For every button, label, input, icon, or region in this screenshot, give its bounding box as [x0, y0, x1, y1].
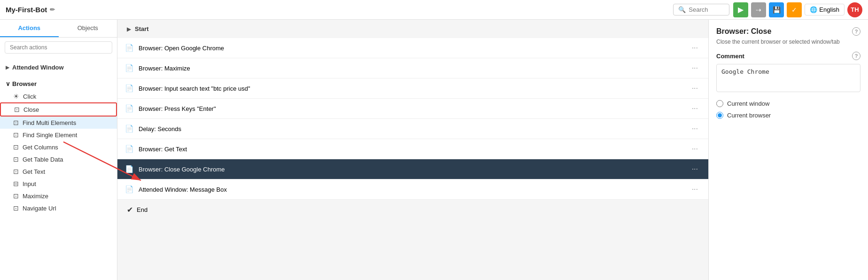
flow-item-1-label: Browser: Maximize — [139, 65, 684, 72]
end-check-icon: ✔ — [127, 205, 133, 214]
find-single-icon: ⊡ — [13, 131, 19, 139]
comment-input[interactable]: Google Chrome — [716, 64, 860, 92]
tree-item-click[interactable]: ☀ Click — [0, 90, 117, 102]
search-actions-input[interactable] — [5, 41, 112, 54]
navigate-icon: ⊡ — [13, 204, 19, 212]
get-table-label: Get Table Data — [23, 156, 63, 163]
comment-help-icon[interactable]: ? — [852, 52, 860, 60]
flow-item-4-icon: 📄 — [125, 124, 134, 133]
start-arrow-icon: ▶ — [127, 26, 131, 32]
input-icon: ⊟ — [13, 180, 19, 187]
edit-icon[interactable]: ✏ — [50, 6, 55, 13]
group-browser: ∨ Browser ☀ Click ⊡ Close ⊡ Find Multi E… — [0, 76, 117, 216]
tab-actions[interactable]: Actions — [0, 20, 59, 37]
option-current-browser[interactable]: Current browser — [716, 112, 860, 119]
check-button[interactable]: ✓ — [787, 2, 802, 17]
maximize-icon: ⊡ — [13, 192, 19, 200]
flow-item-3-icon: 📄 — [125, 104, 134, 113]
flow-item-0[interactable]: 📄 Browser: Open Google Chrome ··· — [117, 38, 708, 58]
tree-item-get-text[interactable]: ⊡ Get Text — [0, 165, 117, 178]
option-current-window[interactable]: Current window — [716, 100, 860, 107]
arrow-icon: ▶ — [6, 65, 9, 70]
tree-item-input[interactable]: ⊟ Input — [0, 178, 117, 190]
flow-item-5-more[interactable]: ··· — [689, 144, 701, 154]
get-text-icon: ⊡ — [13, 168, 19, 175]
tree-item-find-multi[interactable]: ⊡ Find Multi Elements — [0, 117, 117, 129]
flow-item-6-more[interactable]: ··· — [689, 164, 701, 174]
flow-item-1[interactable]: 📄 Browser: Maximize ··· — [117, 58, 708, 78]
tree-item-get-columns[interactable]: ⊡ Get Columns — [0, 141, 117, 153]
tree-item-close[interactable]: ⊡ Close — [0, 102, 117, 117]
group-label-text: Attended Window — [12, 64, 64, 71]
tree-item-maximize[interactable]: ⊡ Maximize — [0, 190, 117, 202]
group-attended-window: ▶ Attended Window — [0, 59, 117, 76]
find-single-label: Find Single Element — [23, 132, 77, 139]
toolbar-actions: ▶ ⇢ 💾 ✓ 🌐 English TH — [733, 2, 862, 17]
tab-objects[interactable]: Objects — [59, 20, 117, 37]
flow-item-7-icon: 📄 — [125, 185, 134, 194]
group-browser-label[interactable]: ∨ Browser — [0, 78, 117, 90]
save-button[interactable]: 💾 — [769, 2, 784, 17]
tree-item-navigate[interactable]: ⊡ Navigate Url — [0, 202, 117, 214]
tree-item-get-table[interactable]: ⊡ Get Table Data — [0, 153, 117, 165]
right-panel-title-row: Browser: Close ? — [716, 27, 860, 36]
flow-item-6-icon: 📄 — [125, 165, 134, 173]
target-options: Current window Current browser — [716, 100, 860, 119]
flow-item-2-icon: 📄 — [125, 84, 134, 93]
flow-end: ✔ End — [117, 200, 708, 220]
collapse-arrow: ∨ — [6, 80, 10, 87]
run-button[interactable]: ▶ — [733, 2, 748, 17]
flow-item-1-more[interactable]: ··· — [689, 63, 701, 73]
help-icon[interactable]: ? — [852, 27, 860, 36]
flow-item-5[interactable]: 📄 Browser: Get Text ··· — [117, 139, 708, 159]
flow-item-4-label: Delay: Seconds — [139, 125, 684, 132]
navigate-label: Navigate Url — [23, 205, 56, 212]
right-panel-subtitle: Close the current browser or selected wi… — [716, 39, 860, 45]
input-label: Input — [23, 180, 36, 187]
search-icon: 🔍 — [678, 6, 686, 13]
flow-item-7-more[interactable]: ··· — [689, 184, 701, 194]
topbar: My-First-Bot ✏ 🔍 ▶ ⇢ 💾 ✓ 🌐 English TH — [0, 0, 868, 20]
close-label: Close — [23, 106, 39, 113]
flow-item-2[interactable]: 📄 Browser: Input search text "btc price … — [117, 78, 708, 99]
left-tabs: Actions Objects — [0, 20, 117, 38]
left-panel: Actions Objects ▶ Attended Window ∨ Brow… — [0, 20, 117, 280]
flow-item-1-icon: 📄 — [125, 64, 134, 72]
step-button[interactable]: ⇢ — [751, 2, 766, 17]
flow-item-5-icon: 📄 — [125, 145, 134, 153]
flow-item-0-label: Browser: Open Google Chrome — [139, 45, 684, 52]
flow-item-2-more[interactable]: ··· — [689, 83, 701, 93]
flow-item-4-more[interactable]: ··· — [689, 124, 701, 134]
avatar[interactable]: TH — [847, 2, 862, 17]
search-input[interactable] — [689, 6, 726, 13]
main-layout: Actions Objects ▶ Attended Window ∨ Brow… — [0, 20, 868, 280]
flow-item-5-label: Browser: Get Text — [139, 146, 684, 153]
flow-item-6[interactable]: 📄 Browser: Close Google Chrome ··· — [117, 159, 708, 179]
flow-item-0-more[interactable]: ··· — [689, 43, 701, 53]
comment-label-text: Comment — [716, 53, 744, 60]
right-panel-title: Browser: Close — [716, 27, 771, 36]
globe-icon: 🌐 — [810, 6, 817, 13]
flow-item-0-icon: 📄 — [125, 44, 134, 52]
search-bar[interactable]: 🔍 — [673, 4, 729, 16]
flow-item-2-label: Browser: Input search text "btc price us… — [139, 85, 684, 92]
action-tree: ▶ Attended Window ∨ Browser ☀ Click ⊡ — [0, 57, 117, 280]
flow-item-3-more[interactable]: ··· — [689, 103, 701, 114]
close-icon: ⊡ — [14, 106, 20, 113]
group-attended-window-label[interactable]: ▶ Attended Window — [0, 61, 117, 74]
current-window-label: Current window — [727, 100, 769, 107]
current-browser-label: Current browser — [727, 112, 771, 119]
find-multi-icon: ⊡ — [13, 119, 19, 126]
search-actions-container — [0, 38, 117, 57]
tree-item-find-single[interactable]: ⊡ Find Single Element — [0, 129, 117, 141]
flow-item-7[interactable]: 📄 Attended Window: Message Box ··· — [117, 179, 708, 200]
radio-current-browser[interactable] — [716, 112, 723, 119]
find-multi-label: Find Multi Elements — [23, 119, 76, 126]
browser-label-text: Browser — [12, 80, 37, 87]
language-button[interactable]: 🌐 English — [805, 4, 845, 16]
get-table-icon: ⊡ — [13, 156, 19, 163]
language-label: English — [819, 6, 839, 13]
flow-item-4[interactable]: 📄 Delay: Seconds ··· — [117, 119, 708, 139]
radio-current-window[interactable] — [716, 100, 723, 107]
flow-item-3[interactable]: 📄 Browser: Press Keys "Enter" ··· — [117, 99, 708, 119]
